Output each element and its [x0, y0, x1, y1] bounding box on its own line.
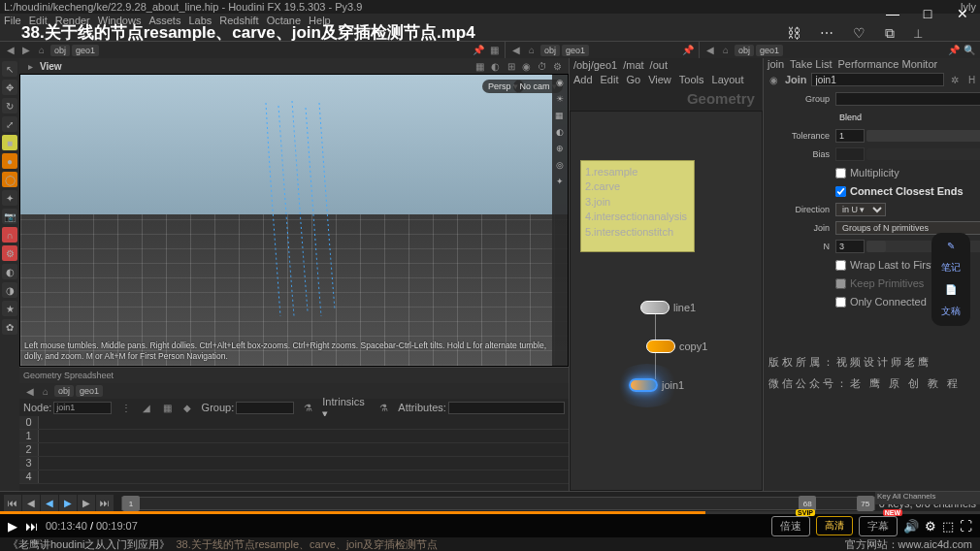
tool-gear-icon[interactable]: ⚙ [2, 245, 17, 261]
last-frame-icon[interactable]: ⏭ [96, 495, 114, 512]
vh-icon-1[interactable]: ▦ [474, 59, 487, 73]
quality-button[interactable]: 高清 [816, 516, 853, 535]
tab-mat[interactable]: /mat [623, 59, 643, 71]
back-icon-2[interactable]: ◀ [509, 44, 523, 57]
home-icon-2[interactable]: ⌂ [525, 44, 539, 57]
ss-prims-icon[interactable]: ▦ [160, 401, 173, 414]
vs-icon-7[interactable]: ✦ [553, 177, 567, 190]
pin-icon[interactable]: 📌 [472, 44, 485, 57]
doc-label[interactable]: 文稿 [941, 305, 961, 318]
search-icon[interactable]: 🔍 [963, 44, 976, 57]
sticky-note[interactable]: 1.resample 2.carve 3.join 4.intersection… [580, 160, 695, 252]
subtitle-button[interactable]: 字幕 NEW [859, 516, 898, 536]
net-add[interactable]: Add [573, 74, 593, 85]
vs-icon-6[interactable]: ◎ [553, 160, 567, 174]
settings-icon[interactable]: ⚙ [925, 519, 936, 534]
wide-icon[interactable]: ⬚ [942, 519, 954, 534]
ss-points-icon[interactable]: ⋮ [119, 401, 132, 414]
node-copy[interactable]: copy1 [646, 340, 707, 353]
vs-icon-4[interactable]: ◐ [553, 127, 567, 141]
net-view[interactable]: View [648, 74, 671, 85]
play-back-icon[interactable]: ◀ [41, 495, 58, 512]
close-button[interactable]: ✕ [945, 0, 980, 27]
network-view[interactable]: 1.resample 2.carve 3.join 4.intersection… [570, 111, 763, 491]
tool-tube-icon[interactable]: ◯ [2, 172, 17, 187]
node-line[interactable]: line1 [640, 301, 696, 314]
fwd-icon[interactable]: ▶ [19, 44, 33, 57]
tool-light-icon[interactable]: ✦ [2, 190, 17, 206]
tool-scale-icon[interactable]: ⤢ [2, 116, 17, 132]
timeline-track[interactable]: 1 68 75 [121, 497, 875, 510]
tab-out[interactable]: /out [650, 59, 668, 71]
ss-filter-icon[interactable]: ⚗ [302, 401, 314, 414]
node-join[interactable]: join1 [629, 378, 684, 392]
connect-closest-check[interactable] [835, 186, 846, 197]
tab-join[interactable]: join [768, 58, 784, 72]
next-frame-icon[interactable]: ▶ [78, 495, 95, 512]
fullscreen-icon[interactable]: ⛶ [960, 519, 972, 534]
tool-box-icon[interactable]: ■ [2, 135, 17, 150]
tool-misc4-icon[interactable]: ✿ [2, 319, 17, 335]
multiplicity-check[interactable] [835, 168, 846, 178]
ss-home-icon[interactable]: ⌂ [39, 384, 52, 398]
next-button[interactable]: ⏭ [25, 519, 38, 534]
tolerance-input[interactable] [835, 129, 865, 143]
node-name-input[interactable] [811, 73, 944, 86]
ss-node-input[interactable] [53, 402, 112, 414]
tool-misc2-icon[interactable]: ◑ [2, 282, 17, 298]
home-icon-3[interactable]: ⌂ [719, 44, 733, 57]
play-pause-button[interactable]: ▶ [8, 519, 17, 534]
layout-icon[interactable]: ▦ [487, 44, 501, 57]
tool-sphere-icon[interactable]: ● [2, 153, 17, 169]
wrap-last-check[interactable] [835, 260, 846, 271]
tab-objgeo[interactable]: /obj/geo1 [573, 59, 617, 71]
minimize-button[interactable]: — [875, 0, 910, 27]
heart-icon[interactable]: ♡ [853, 25, 866, 42]
tool-misc3-icon[interactable]: ★ [2, 301, 17, 316]
ss-group-input[interactable] [236, 402, 294, 414]
note-label[interactable]: 笔记 [941, 261, 961, 275]
ss-path-geo[interactable]: geo1 [76, 385, 103, 397]
vh-icon-3[interactable]: ⊞ [505, 59, 518, 73]
tool-rotate-icon[interactable]: ↻ [2, 98, 17, 113]
path-obj-2[interactable]: obj [540, 45, 560, 56]
vs-icon-1[interactable]: ◉ [553, 78, 567, 91]
spreadsheet-rows[interactable]: 0 1 2 3 4 [19, 416, 569, 491]
ss-filter-icon-2[interactable]: ⚗ [377, 401, 390, 414]
path-geo-3[interactable]: geo1 [756, 45, 783, 56]
ss-detail-icon[interactable]: ◆ [181, 401, 194, 414]
param-gear-icon[interactable]: ✲ [948, 73, 962, 86]
maximize-button[interactable]: □ [910, 0, 945, 27]
ss-verts-icon[interactable]: ◢ [140, 401, 152, 414]
tool-arrow-icon[interactable]: ↖ [2, 61, 17, 77]
ss-attr-input[interactable] [448, 402, 565, 414]
back-icon-3[interactable]: ◀ [703, 44, 717, 57]
net-go[interactable]: Go [626, 74, 640, 85]
tool-move-icon[interactable]: ✥ [2, 80, 17, 95]
end-tick[interactable]: 75 [857, 496, 874, 511]
tool-misc1-icon[interactable]: ◐ [2, 264, 17, 279]
tab-takelist[interactable]: Take List [790, 58, 832, 72]
start-tick[interactable]: 1 [122, 496, 140, 511]
net-tools[interactable]: Tools [679, 74, 704, 85]
only-connected-check[interactable] [835, 297, 846, 308]
net-edit[interactable]: Edit [601, 74, 619, 85]
share-icon[interactable]: ⛓ [787, 25, 800, 42]
vs-icon-3[interactable]: ▦ [553, 111, 567, 124]
tool-cam-icon[interactable]: 📷 [2, 209, 17, 224]
note-icon[interactable]: ✎ [947, 241, 955, 251]
vs-icon-5[interactable]: ⊕ [553, 144, 567, 157]
vh-icon-6[interactable]: ⚙ [551, 59, 565, 73]
tolerance-slider[interactable] [866, 130, 980, 142]
vh-icon-4[interactable]: ◉ [520, 59, 534, 73]
prev-frame-icon[interactable]: ◀ [22, 495, 40, 512]
path-geo-2[interactable]: geo1 [562, 45, 589, 56]
n-input[interactable] [835, 240, 865, 253]
path-obj[interactable]: obj [50, 45, 70, 56]
more-icon[interactable]: ⋯ [820, 25, 833, 42]
vh-icon-5[interactable]: ⏱ [536, 59, 549, 73]
speed-button[interactable]: 倍速 SVIP [771, 516, 810, 536]
vs-icon-2[interactable]: ☀ [553, 94, 567, 108]
tab-perfmon[interactable]: Performance Monitor [837, 58, 937, 72]
back-icon[interactable]: ◀ [4, 44, 17, 57]
